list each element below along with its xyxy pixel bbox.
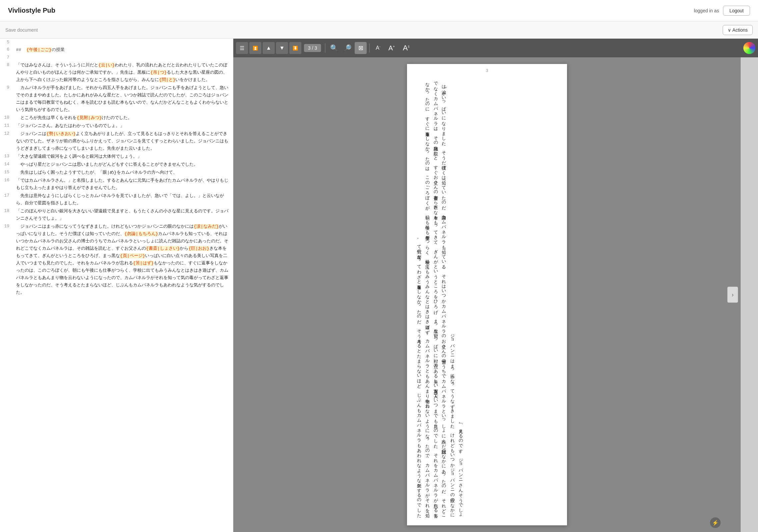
line-content[interactable]: 「ではカムパネルラさん。」と名指しました。するとあんなに元気に手をあげたカムパネ… [13, 177, 233, 192]
line-content[interactable] [13, 54, 233, 55]
fit-page-icon: ⊠ [358, 44, 363, 52]
page-number-badge: 3 [486, 68, 488, 73]
line-number: 10 [0, 114, 13, 121]
logged-in-label: logged in as [694, 8, 719, 13]
toc-icon: ☰ [240, 45, 244, 51]
preview-content-area: 3 見えるのです。ジョバンニさんそうでしょ。」 ジョバンニはまっ赤になってうなず… [233, 57, 758, 532]
line-number: 17 [0, 192, 13, 199]
next-page-icon: ▼ [279, 45, 285, 51]
editor-line: 8「ではみなさんは、そういうふうに川だと{云|い}われたり、乳の流れたあとだと云… [0, 61, 233, 84]
toolbar-separator-2 [369, 43, 370, 53]
line-number: 15 [0, 169, 13, 176]
prev-page-icon: ▲ [266, 45, 271, 51]
lightning-icon: ⚡ [712, 520, 719, 526]
last-page-button[interactable]: ⏬ [289, 42, 301, 54]
zoom-in-icon: 🔎 [343, 44, 352, 52]
preview-text-content: 見えるのです。ジョバンニさんそうでしょ。」 ジョバンニはまっ赤になってうなずきま… [414, 74, 466, 519]
app-header: Vivliostyle Pub logged in as Logout [0, 0, 758, 21]
editor-lines: 56## {午後|ごご}の授業78「ではみなさんは、そういうふうに川だと{云|い… [0, 39, 233, 297]
line-content[interactable]: 先生は意外なようにしばらくじっとカムパネルラを見ていましたが、急いで「では、よし… [13, 192, 233, 207]
font-decrease-icon: A- [376, 45, 380, 51]
line-content[interactable] [13, 39, 233, 39]
line-number: 9 [0, 84, 13, 91]
editor-line: 5 [0, 39, 233, 46]
preview-toolbar: ☰ ⏫ ▲ ▼ ⏬ 3 / 3 🔍 [233, 39, 758, 57]
line-number: 13 [0, 153, 13, 160]
actions-button[interactable]: ∨ Actions [723, 25, 753, 35]
fit-page-button[interactable]: ⊠ [355, 42, 367, 54]
main-layout: 56## {午後|ごご}の授業78「ではみなさんは、そういうふうに川だと{云|い… [0, 39, 758, 532]
editor-line: 16「ではカムパネルラさん。」と名指しました。するとあんなに元気に手をあげたカム… [0, 177, 233, 192]
editor-panel[interactable]: 56## {午後|ごご}の授業78「ではみなさんは、そういうふうに川だと{云|い… [0, 39, 233, 532]
font-increase-icon: A+ [388, 44, 395, 52]
line-content[interactable]: ところが先生は早くもそれを{見附|みつ}けたのでした。 [13, 114, 233, 122]
font-decrease-button[interactable]: A- [372, 43, 384, 52]
prev-page-button[interactable]: ▲ [263, 42, 275, 54]
app-title: Vivliostyle Pub [8, 7, 55, 14]
line-content[interactable]: 先生はしばらく困ったようすでしたが、「眼|め}をカムパネルラの方へ向けて、 [13, 169, 233, 177]
line-content[interactable]: 「ジョバンニさん。あなたはわかっているのでしょ。」 [13, 122, 233, 130]
line-content[interactable]: ## {午後|ごご}の授業 [13, 46, 233, 54]
line-content[interactable]: 「このぼんやりと白い銀河を大きないい望遠鏡で見ますと、もうたくさんの小さな星に見… [13, 207, 233, 223]
app-title-area: Vivliostyle Pub [8, 7, 55, 14]
line-number: 18 [0, 207, 13, 215]
line-content[interactable]: ジョバンニはまっ赤になってうなずきました。けれどもいつかジョバンニの眼のなかには… [13, 223, 233, 297]
preview-page: 3 見えるのです。ジョバンニさんそうでしょ。」 ジョバンニはまっ赤になってうなず… [407, 64, 567, 525]
preview-settings-panel [741, 57, 758, 532]
first-page-button[interactable]: ⏫ [249, 42, 261, 54]
line-number: 5 [0, 39, 13, 46]
editor-line: 7 [0, 54, 233, 61]
editor-line: 17 先生は意外なようにしばらくじっとカムパネルラを見ていましたが、急いで「では… [0, 192, 233, 207]
chevron-down-icon: ∨ [728, 27, 731, 33]
logout-button[interactable]: Logout [723, 6, 750, 16]
editor-line: 15 先生はしばらく困ったようすでしたが、「眼|め}をカムパネルラの方へ向けて、 [0, 169, 233, 177]
editor-line: 11「ジョバンニさん。あなたはわかっているのでしょ。」 [0, 122, 233, 130]
next-page-button[interactable]: ▼ [276, 42, 288, 54]
line-content[interactable]: カムパネルラが手をあげました。それから四五人手をあげました。ジョバンニも手をあげ… [13, 84, 233, 114]
line-content[interactable]: 「ではみなさんは、そういうふうに川だと{云|い}われたり、乳の流れたあとだと云わ… [13, 61, 233, 84]
line-number: 16 [0, 177, 13, 184]
line-content[interactable]: やっぱり星だとジョバンニは思いましたがどんどもすぐに答えることができませんでした… [13, 161, 233, 169]
editor-line: 12 ジョバンニは{勢|いきおい}よく立ちあがりましたが、立って見るともはっきり… [0, 130, 233, 153]
line-number: 14 [0, 161, 13, 168]
header-right: logged in as Logout [694, 6, 750, 16]
toolbar-separator [325, 43, 325, 53]
line-number: 8 [0, 61, 13, 69]
editor-line: 18「このぼんやりと白い銀河を大きないい望遠鏡で見ますと、もうたくさんの小さな星… [0, 207, 233, 223]
toolbar-right: ∨ Actions [723, 25, 753, 35]
last-page-icon: ⏬ [293, 46, 298, 51]
editor-line: 19 ジョバンニはまっ赤になってうなずきました。けれどもいつかジョバンニの眼のな… [0, 223, 233, 297]
editor-line: 13「大きな望遠鏡で銀河をよく調べると銀河は大体何でしょう。」 [0, 153, 233, 161]
line-content[interactable]: 「大きな望遠鏡で銀河をよく調べると銀河は大体何でしょう。」 [13, 153, 233, 161]
editor-line: 10 ところが先生は早くもそれを{見附|みつ}けたのでした。 [0, 114, 233, 122]
line-number: 6 [0, 46, 13, 53]
preview-panel: ☰ ⏫ ▲ ▼ ⏬ 3 / 3 🔍 [233, 39, 758, 532]
editor-line: 14 やっぱり星だとジョバンニは思いましたがどんどもすぐに答えることができません… [0, 161, 233, 169]
zoom-out-button[interactable]: 🔍 [328, 42, 340, 54]
vivliostyle-logo [743, 42, 755, 54]
editor-line: 9 カムパネルラが手をあげました。それから四五人手をあげました。ジョバンニも手を… [0, 84, 233, 114]
first-page-icon: ⏫ [253, 46, 258, 51]
page-count: 3 / 3 [304, 44, 321, 52]
line-number: 11 [0, 122, 13, 129]
save-document-button[interactable]: Save document [5, 27, 38, 33]
lightning-button[interactable]: ⚡ [710, 517, 721, 528]
line-number: 7 [0, 54, 13, 61]
font-reset-icon: A± [403, 44, 409, 52]
toolbar-left: Save document [5, 27, 38, 33]
next-page-nav[interactable]: › [727, 287, 738, 303]
font-increase-button[interactable]: A+ [385, 43, 398, 53]
editor-line: 6## {午後|ごご}の授業 [0, 46, 233, 54]
actions-label: Actions [732, 27, 748, 33]
main-toolbar: Save document ∨ Actions [0, 21, 758, 39]
font-reset-button[interactable]: A± [399, 42, 413, 54]
line-number: 19 [0, 223, 13, 230]
zoom-out-icon: 🔍 [330, 44, 338, 52]
zoom-in-button[interactable]: 🔎 [341, 42, 353, 54]
line-content[interactable]: ジョバンニは{勢|いきおい}よく立ちあがりましたが、立って見るともはっきりとそれ… [13, 130, 233, 153]
toc-button[interactable]: ☰ [236, 42, 248, 54]
line-number: 12 [0, 130, 13, 137]
preview-page-area: 3 見えるのです。ジョバンニさんそうでしょ。」 ジョバンニはまっ赤になってうなず… [233, 57, 741, 532]
